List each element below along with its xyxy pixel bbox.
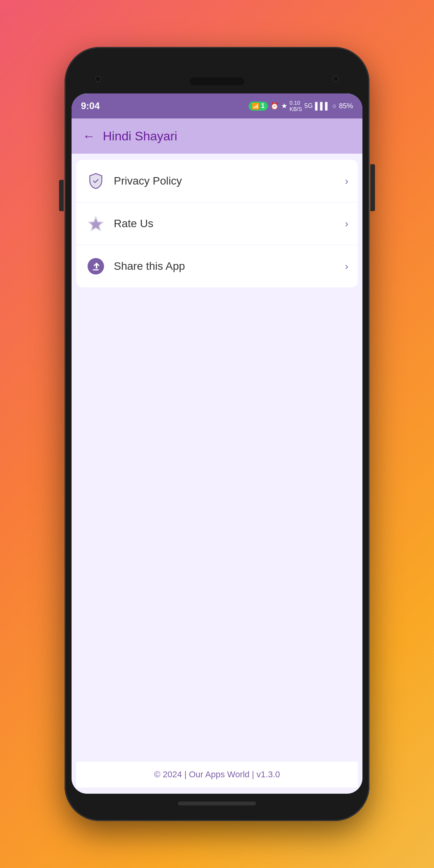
rate-us-item[interactable]: Rate Us › bbox=[76, 203, 358, 245]
star-icon bbox=[87, 215, 105, 233]
phone-notch bbox=[72, 70, 362, 92]
privacy-chevron-icon: › bbox=[345, 175, 348, 187]
app-bar: ← Hindi Shayari bbox=[72, 118, 362, 154]
home-bar bbox=[178, 802, 256, 805]
share-app-label: Share this App bbox=[114, 260, 337, 273]
status-time: 9:04 bbox=[81, 100, 100, 111]
share-icon-wrap bbox=[86, 256, 106, 276]
alarm-icon: ⏰ bbox=[270, 102, 279, 110]
share-chevron-icon: › bbox=[345, 260, 348, 273]
footer: © 2024 | Our Apps World | v1.3.0 bbox=[76, 762, 358, 787]
svg-rect-3 bbox=[93, 269, 99, 271]
network-icon: 5G bbox=[304, 102, 312, 109]
privacy-policy-item[interactable]: Privacy Policy › bbox=[76, 160, 358, 203]
status-bar: 9:04 📶 1 ⏰ ★ 0.10KB/S 5G ▌▌▌ ○ 85% bbox=[72, 93, 362, 118]
phone-screen: 9:04 📶 1 ⏰ ★ 0.10KB/S 5G ▌▌▌ ○ 85% ← Hin… bbox=[72, 93, 362, 794]
content-spacer bbox=[76, 294, 358, 762]
wifi-icon: 📶 bbox=[252, 102, 260, 110]
content-area: Privacy Policy › Rate Us › bbox=[72, 154, 362, 794]
status-icons: 📶 1 ⏰ ★ 0.10KB/S 5G ▌▌▌ ○ 85% bbox=[249, 100, 353, 112]
camera-left bbox=[95, 76, 101, 82]
rate-chevron-icon: › bbox=[345, 218, 348, 230]
wifi-badge: 📶 1 bbox=[249, 102, 268, 111]
privacy-icon-wrap bbox=[86, 171, 106, 191]
bluetooth-icon: ★ bbox=[281, 102, 287, 110]
back-button[interactable]: ← bbox=[82, 129, 95, 143]
wifi-count: 1 bbox=[261, 102, 265, 109]
battery-icon: ○ bbox=[332, 102, 337, 110]
privacy-policy-label: Privacy Policy bbox=[114, 175, 337, 187]
menu-card: Privacy Policy › Rate Us › bbox=[76, 160, 358, 287]
data-speed: 0.10KB/S bbox=[290, 100, 302, 112]
rate-icon-wrap bbox=[86, 213, 106, 234]
shield-icon bbox=[87, 172, 105, 190]
footer-text: © 2024 | Our Apps World | v1.3.0 bbox=[154, 769, 280, 779]
phone-frame: 9:04 📶 1 ⏰ ★ 0.10KB/S 5G ▌▌▌ ○ 85% ← Hin… bbox=[65, 47, 369, 821]
share-icon bbox=[87, 257, 105, 275]
app-title: Hindi Shayari bbox=[103, 129, 177, 143]
signal-icon: ▌▌▌ bbox=[315, 102, 330, 110]
share-app-item[interactable]: Share this App › bbox=[76, 245, 358, 287]
battery-percent: 85% bbox=[339, 102, 353, 110]
phone-speaker bbox=[190, 77, 244, 85]
rate-us-label: Rate Us bbox=[114, 217, 337, 230]
camera-right bbox=[333, 76, 339, 82]
